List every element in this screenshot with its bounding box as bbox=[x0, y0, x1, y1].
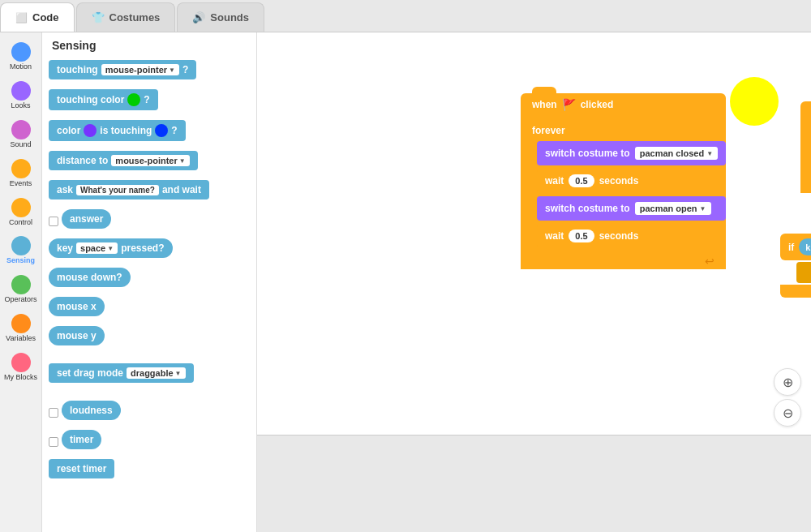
drag-mode-dropdown[interactable]: draggable ▼ bbox=[127, 367, 186, 379]
zoom-in-icon: ⊕ bbox=[783, 375, 793, 390]
sounds-tab-icon: 🔊 bbox=[192, 11, 205, 24]
variables-label: Variables bbox=[6, 335, 36, 343]
key-dropdown[interactable]: space ▼ bbox=[76, 242, 118, 254]
block-distance[interactable]: distance to mouse-pointer ▼ bbox=[49, 151, 250, 175]
forever-outer-1: forever switch costume to pacman closed … bbox=[521, 116, 726, 269]
color-touching-block[interactable]: color is touching ? bbox=[49, 120, 186, 141]
wait-input-2[interactable]: 0.5 bbox=[569, 230, 594, 242]
tab-sounds[interactable]: 🔊 Sounds bbox=[177, 2, 264, 32]
wait-input-1[interactable]: 0.5 bbox=[569, 174, 594, 187]
blocks-panel: Sensing touching mouse-pointer ▼ ? touch… bbox=[42, 32, 257, 532]
hat-block-1[interactable]: when 🚩 clicked bbox=[521, 93, 726, 116]
zoom-out-icon: ⊖ bbox=[783, 405, 793, 421]
block-touching-color[interactable]: touching color ? bbox=[49, 89, 250, 115]
mouse-x-block[interactable]: mouse x bbox=[49, 297, 105, 316]
zoom-in-button[interactable]: ⊕ bbox=[774, 368, 801, 396]
myblocks-label: My Blocks bbox=[4, 374, 37, 382]
block-mouse-x[interactable]: mouse x bbox=[49, 297, 250, 321]
category-operators[interactable]: Operators bbox=[2, 272, 41, 307]
if-block[interactable]: if key w ▼ pressed? then bbox=[780, 234, 811, 260]
timer-block[interactable]: timer bbox=[62, 430, 101, 449]
costumes-tab-icon: 👕 bbox=[92, 11, 105, 24]
key-pressed-condition[interactable]: key w ▼ pressed? bbox=[799, 238, 811, 255]
category-looks[interactable]: Looks bbox=[2, 78, 41, 114]
mouse-y-block[interactable]: mouse y bbox=[49, 326, 105, 345]
code-tab-label: Code bbox=[32, 11, 59, 24]
block-ask[interactable]: ask What's your name? and wait bbox=[49, 180, 250, 204]
key-pressed-block[interactable]: key space ▼ pressed? bbox=[49, 238, 173, 258]
code-tab-icon: ⬜ bbox=[15, 12, 28, 24]
canvas-bottom-panel bbox=[257, 435, 811, 532]
block-drag-mode[interactable]: set drag mode draggable ▼ bbox=[49, 363, 250, 388]
color-swatch-green[interactable] bbox=[127, 93, 140, 106]
categories-sidebar: Motion Looks Sound Events Control Sensin… bbox=[0, 32, 42, 532]
color-swatch-blue[interactable] bbox=[155, 124, 168, 137]
zoom-out-button[interactable]: ⊖ bbox=[774, 399, 801, 427]
block-touching[interactable]: touching mouse-pointer ▼ ? bbox=[49, 60, 250, 84]
wait-block-2[interactable]: wait 0.5 seconds bbox=[537, 224, 726, 248]
sound-dot bbox=[11, 120, 31, 139]
events-label: Events bbox=[10, 180, 32, 188]
category-control[interactable]: Control bbox=[2, 195, 41, 230]
ask-block[interactable]: ask What's your name? and wait bbox=[49, 180, 209, 200]
when-label-1: when bbox=[532, 99, 557, 110]
touching-dropdown[interactable]: mouse-pointer ▼ bbox=[101, 64, 179, 75]
events-dot bbox=[11, 159, 31, 178]
yellow-circle-decoration bbox=[730, 77, 779, 126]
dropdown-arrow-icon2: ▼ bbox=[179, 157, 186, 165]
forever-bottom-1: ↩ bbox=[521, 253, 726, 269]
tab-code[interactable]: ⬜ Code bbox=[0, 2, 75, 32]
if-label: if bbox=[788, 242, 794, 253]
block-color-touching[interactable]: color is touching ? bbox=[49, 120, 250, 146]
category-sound[interactable]: Sound bbox=[2, 117, 41, 152]
hat-block-2[interactable]: when 🚩 clicked bbox=[800, 101, 811, 124]
block-group-2[interactable]: when 🚩 clicked forever ↩ bbox=[800, 101, 811, 193]
switch-costume-open[interactable]: switch costume to pacman open ▼ bbox=[537, 196, 726, 221]
costume-open-dropdown[interactable]: pacman open ▼ bbox=[635, 202, 711, 215]
touching-block[interactable]: touching mouse-pointer ▼ ? bbox=[49, 60, 196, 79]
answer-block[interactable]: answer bbox=[62, 209, 111, 229]
block-mouse-down[interactable]: mouse down? bbox=[49, 268, 250, 292]
sensing-label: Sensing bbox=[6, 257, 35, 265]
switch-costume-closed[interactable]: switch costume to pacman closed ▼ bbox=[537, 141, 726, 165]
touching-color-block[interactable]: touching color ? bbox=[49, 89, 158, 110]
clicked-label-1: clicked bbox=[581, 99, 614, 110]
block-group-3[interactable]: if key w ▼ pressed? then bbox=[780, 234, 811, 298]
flag-icon-1: 🚩 bbox=[562, 98, 576, 111]
block-group-1[interactable]: when 🚩 clicked forever switch costume to… bbox=[521, 93, 726, 269]
main-area: Motion Looks Sound Events Control Sensin… bbox=[0, 32, 811, 532]
blocks-panel-title: Sensing bbox=[49, 39, 250, 52]
answer-checkbox[interactable] bbox=[49, 217, 58, 226]
timer-checkbox[interactable] bbox=[49, 437, 58, 447]
inner-blocks-1: switch costume to pacman closed ▼ wait 0… bbox=[537, 141, 726, 253]
category-motion[interactable]: Motion bbox=[2, 39, 41, 75]
block-reset-timer[interactable]: reset timer bbox=[49, 459, 250, 483]
tab-costumes[interactable]: 👕 Costumes bbox=[76, 2, 176, 32]
distance-dropdown[interactable]: mouse-pointer ▼ bbox=[111, 155, 189, 166]
drag-mode-block[interactable]: set drag mode draggable ▼ bbox=[49, 363, 194, 383]
costume-closed-dropdown[interactable]: pacman closed ▼ bbox=[635, 147, 718, 160]
category-myblocks[interactable]: My Blocks bbox=[2, 350, 41, 385]
operators-dot bbox=[11, 275, 31, 294]
control-label: Control bbox=[9, 219, 32, 227]
distance-block[interactable]: distance to mouse-pointer ▼ bbox=[49, 151, 198, 170]
control-dot bbox=[11, 198, 31, 217]
category-sensing[interactable]: Sensing bbox=[2, 233, 41, 268]
block-mouse-y[interactable]: mouse y bbox=[49, 326, 250, 350]
hat-bump-1 bbox=[532, 87, 556, 95]
category-events[interactable]: Events bbox=[2, 156, 41, 191]
forever-label-1: forever bbox=[532, 125, 565, 136]
block-key-pressed[interactable]: key space ▼ pressed? bbox=[49, 238, 250, 263]
mouse-down-block[interactable]: mouse down? bbox=[49, 268, 131, 287]
color-swatch-purple[interactable] bbox=[84, 124, 97, 137]
category-variables[interactable]: Variables bbox=[2, 311, 41, 346]
forever-block-2: forever bbox=[800, 128, 811, 149]
loudness-block[interactable]: loudness bbox=[62, 401, 121, 420]
forever-bottom-2: ↩ bbox=[800, 177, 811, 193]
wait-block-1[interactable]: wait 0.5 seconds bbox=[537, 169, 726, 193]
reset-timer-block[interactable]: reset timer bbox=[49, 459, 114, 478]
sensing-dot bbox=[11, 236, 31, 255]
loudness-checkbox[interactable] bbox=[49, 408, 58, 418]
ask-input[interactable]: What's your name? bbox=[76, 185, 159, 195]
block-answer-row: answer bbox=[49, 209, 250, 234]
